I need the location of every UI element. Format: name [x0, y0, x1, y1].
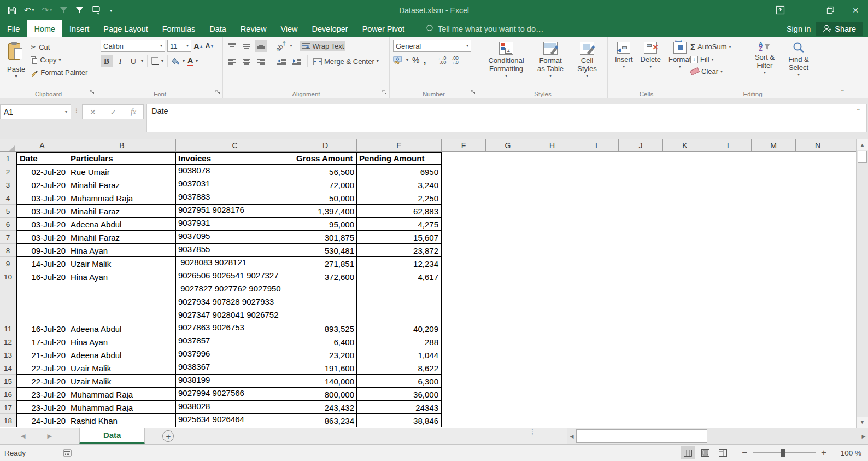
scroll-left-arrow-icon[interactable]: ◀: [567, 428, 576, 444]
macro-record-icon[interactable]: [63, 449, 72, 457]
insert-caret-icon[interactable]: ▾: [623, 65, 625, 68]
cell-pending[interactable]: 288: [357, 335, 442, 348]
increase-indent-button[interactable]: [290, 55, 303, 67]
copy-button[interactable]: Copy ▾: [29, 55, 89, 65]
cell-particulars[interactable]: Rashid Khan: [68, 414, 176, 427]
number-format-select[interactable]: General ▾: [393, 40, 471, 52]
format-caret-icon[interactable]: ▾: [679, 65, 681, 68]
cell-gross[interactable]: 23,200: [294, 348, 357, 361]
cell-date[interactable]: 03-Jul-20: [16, 191, 68, 205]
column-header-A[interactable]: A: [16, 139, 68, 152]
orientation-caret-icon[interactable]: ▾: [290, 44, 292, 48]
column-header-J[interactable]: J: [619, 139, 663, 152]
formula-input[interactable]: Date ⌃: [146, 104, 867, 132]
cell-pending[interactable]: 38,846: [357, 414, 442, 427]
find-select-button[interactable]: Find & Select ▾: [782, 40, 816, 78]
fill-color-caret-icon[interactable]: ▾: [183, 60, 185, 63]
cell-pending[interactable]: 3,240: [357, 178, 442, 191]
scroll-up-arrow-icon[interactable]: ▲: [857, 139, 868, 150]
cell-invoices[interactable]: 9038078: [176, 165, 294, 178]
column-header-M[interactable]: M: [752, 139, 796, 152]
cell-date[interactable]: 02-Jul-20: [16, 178, 68, 191]
ribbon-display-options-button[interactable]: [767, 0, 793, 20]
cell-pending[interactable]: 23,872: [357, 244, 442, 257]
accounting-format-button[interactable]: [393, 56, 402, 64]
menu-tab-view[interactable]: View: [273, 20, 304, 37]
cell-gross[interactable]: 191,600: [294, 361, 357, 375]
grow-font-button[interactable]: A▲: [193, 43, 203, 50]
autosum-button[interactable]: Σ AutoSum ▾: [689, 41, 748, 52]
menu-tab-developer[interactable]: Developer: [305, 20, 355, 37]
cell-date[interactable]: 24-Jul-20: [16, 414, 68, 427]
horizontal-scrollbar[interactable]: ◀ ▶: [567, 428, 868, 444]
cell-gross[interactable]: 530,481: [294, 244, 357, 257]
cell-gross[interactable]: 893,525: [294, 283, 357, 335]
cell-invoices[interactable]: 9038199: [176, 375, 294, 388]
cell-particulars[interactable]: Muhammad Raja: [68, 401, 176, 414]
cell-styles-button[interactable]: Cell Styles ▾: [570, 40, 604, 79]
next-sheet-arrow-icon[interactable]: ▶: [47, 433, 51, 440]
cell-date[interactable]: 03-Jul-20: [16, 205, 68, 218]
collapse-formula-bar-button[interactable]: ⌃: [856, 108, 861, 115]
autosum-caret-icon[interactable]: ▾: [729, 45, 731, 49]
cell-particulars[interactable]: Adeena Abdul: [68, 218, 176, 231]
cell-invoices[interactable]: 9037883: [176, 191, 294, 205]
row-header-3[interactable]: 3: [0, 178, 16, 191]
prev-sheet-arrow-icon[interactable]: ◀: [21, 433, 25, 440]
clear-caret-icon[interactable]: ▾: [720, 70, 723, 73]
column-header-G[interactable]: G: [486, 139, 530, 152]
menu-tab-page-layout[interactable]: Page Layout: [96, 20, 155, 37]
row-header-17[interactable]: 17: [0, 401, 16, 414]
cell-date[interactable]: 03-Jul-20: [16, 231, 68, 244]
cell-pending[interactable]: 6,300: [357, 375, 442, 388]
italic-button[interactable]: I: [115, 55, 126, 67]
cell-date[interactable]: 23-Jul-20: [16, 401, 68, 414]
cell-date[interactable]: 16-Jul-20: [16, 283, 68, 335]
header-cell[interactable]: Pending Amount: [357, 152, 442, 165]
font-size-select[interactable]: 11 ▾: [167, 40, 191, 52]
clear-button[interactable]: Clear ▾: [689, 66, 748, 77]
row-header-6[interactable]: 6: [0, 218, 16, 231]
menu-tab-review[interactable]: Review: [233, 20, 274, 37]
decrease-indent-button[interactable]: [275, 55, 288, 67]
row-header-2[interactable]: 2: [0, 165, 16, 178]
fill-caret-icon[interactable]: ▾: [712, 58, 714, 61]
tabbar-splitter[interactable]: ⁞: [531, 430, 533, 435]
font-color-caret-icon[interactable]: ▾: [196, 60, 198, 63]
row-header-9[interactable]: 9: [0, 257, 16, 270]
share-button[interactable]: Share: [816, 22, 863, 36]
cell-date[interactable]: 02-Jul-20: [16, 165, 68, 178]
undo-button[interactable]: ↶▾: [24, 6, 34, 14]
column-header-C[interactable]: C: [176, 139, 294, 152]
cell-particulars[interactable]: Hina Ayan: [68, 335, 176, 348]
cell-particulars[interactable]: Minahil Faraz: [68, 178, 176, 191]
row-header-15[interactable]: 15: [0, 375, 16, 388]
cell-particulars[interactable]: Uzair Malik: [68, 375, 176, 388]
page-break-preview-button[interactable]: [715, 446, 730, 459]
collapse-ribbon-button[interactable]: ⌃: [840, 89, 845, 96]
row-header-16[interactable]: 16: [0, 388, 16, 401]
row-header-14[interactable]: 14: [0, 361, 16, 375]
merge-center-caret-icon[interactable]: ▾: [377, 60, 379, 63]
page-layout-view-button[interactable]: [698, 446, 712, 459]
underline-caret-icon[interactable]: ▾: [141, 60, 143, 63]
cell-gross[interactable]: 56,500: [294, 165, 357, 178]
customize-qat-button[interactable]: ▾: [109, 9, 113, 12]
cell-date[interactable]: 22-Jul-20: [16, 375, 68, 388]
cell-invoices[interactable]: 9037857: [176, 335, 294, 348]
scroll-right-arrow-icon[interactable]: ▶: [859, 428, 868, 444]
row-header-5[interactable]: 5: [0, 205, 16, 218]
clipboard-dialog-launcher[interactable]: [90, 88, 95, 96]
cell-pending[interactable]: 15,607: [357, 231, 442, 244]
column-header-H[interactable]: H: [530, 139, 574, 152]
cell-gross[interactable]: 95,000: [294, 218, 357, 231]
restore-button[interactable]: [818, 0, 843, 20]
paste-caret-icon[interactable]: ▾: [15, 75, 17, 78]
cell-date[interactable]: 17-Jul-20: [16, 335, 68, 348]
select-all-corner[interactable]: [0, 139, 16, 152]
vertical-scroll-thumb[interactable]: [858, 151, 867, 163]
cell-particulars[interactable]: Muhammad Raja: [68, 388, 176, 401]
row-header-13[interactable]: 13: [0, 348, 16, 361]
column-header-L[interactable]: L: [707, 139, 752, 152]
cell-pending[interactable]: 62,883: [357, 205, 442, 218]
